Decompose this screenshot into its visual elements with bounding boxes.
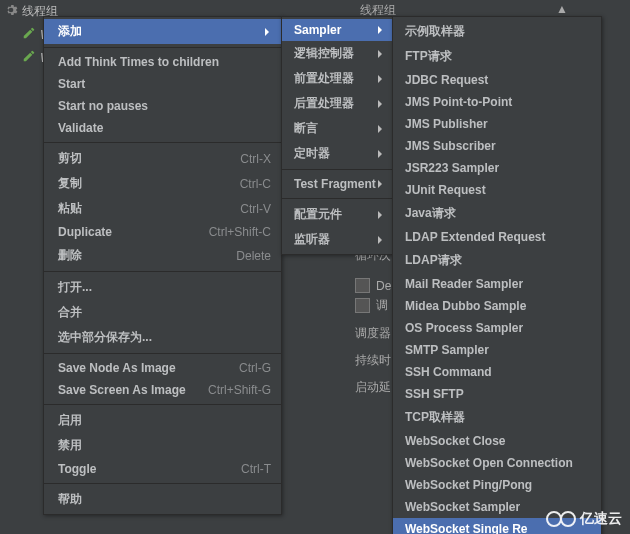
- menu-cut[interactable]: 剪切Ctrl-X: [44, 146, 281, 171]
- menu-item-label: 示例取样器: [405, 23, 465, 40]
- chevron-right-icon: [378, 26, 386, 34]
- menu-enable[interactable]: 启用: [44, 408, 281, 433]
- sampler-ws-open[interactable]: WebSocket Open Connection: [393, 452, 601, 474]
- watermark-text: 亿速云: [580, 510, 622, 528]
- menu-item-label: 复制: [58, 175, 82, 192]
- menu-item-label: Sampler: [294, 23, 341, 37]
- menu-separator: [44, 47, 281, 48]
- sampler-ssh-sftp[interactable]: SSH SFTP: [393, 383, 601, 405]
- background-panel: 循环次 De 调: [355, 245, 391, 316]
- submenu-pre-processor[interactable]: 前置处理器: [282, 66, 392, 91]
- sampler-midea-dubbo[interactable]: Midea Dubbo Sample: [393, 295, 601, 317]
- chevron-right-icon: [378, 50, 386, 58]
- menu-shortcut: Ctrl-G: [239, 361, 271, 375]
- menu-item-label: Toggle: [58, 462, 96, 476]
- menu-add-label: 添加: [58, 23, 82, 40]
- submenu-listener[interactable]: 监听器: [282, 227, 392, 252]
- cloud-icon: [560, 511, 576, 527]
- submenu-logic-controller[interactable]: 逻辑控制器: [282, 41, 392, 66]
- sampler-mail[interactable]: Mail Reader Sampler: [393, 273, 601, 295]
- menu-toggle[interactable]: ToggleCtrl-T: [44, 458, 281, 480]
- menu-start[interactable]: Start: [44, 73, 281, 95]
- sampler-ws-close[interactable]: WebSocket Close: [393, 430, 601, 452]
- menu-start-no-pauses[interactable]: Start no pauses: [44, 95, 281, 117]
- chevron-right-icon: [378, 75, 386, 83]
- sampler-java[interactable]: Java请求: [393, 201, 601, 226]
- sampler-junit[interactable]: JUnit Request: [393, 179, 601, 201]
- menu-item-label: SSH Command: [405, 365, 492, 379]
- menu-item-label: Test Fragment: [294, 177, 376, 191]
- sampler-tcp[interactable]: TCP取样器: [393, 405, 601, 430]
- chevron-right-icon: [378, 236, 386, 244]
- sampler-jms-sub[interactable]: JMS Subscriber: [393, 135, 601, 157]
- menu-item-label: 逻辑控制器: [294, 45, 354, 62]
- sampler-os-process[interactable]: OS Process Sampler: [393, 317, 601, 339]
- gear-icon: [4, 3, 18, 20]
- menu-validate[interactable]: Validate: [44, 117, 281, 139]
- sampler-ftp[interactable]: FTP请求: [393, 44, 601, 69]
- label-scheduler: 调度器: [355, 320, 391, 347]
- menu-save-selection-as[interactable]: 选中部分保存为...: [44, 325, 281, 350]
- menu-save-node-image[interactable]: Save Node As ImageCtrl-G: [44, 357, 281, 379]
- sampler-jsr223[interactable]: JSR223 Sampler: [393, 157, 601, 179]
- menu-item-label: Add Think Times to children: [58, 55, 219, 69]
- pencil-icon: [22, 26, 36, 43]
- menu-item-label: 剪切: [58, 150, 82, 167]
- chevron-right-icon: [378, 150, 386, 158]
- menu-item-label: Java请求: [405, 205, 456, 222]
- menu-item-label: JMS Publisher: [405, 117, 488, 131]
- menu-item-label: LDAP Extended Request: [405, 230, 545, 244]
- sampler-jms-p2p[interactable]: JMS Point-to-Point: [393, 91, 601, 113]
- sampler-smtp[interactable]: SMTP Sampler: [393, 339, 601, 361]
- menu-item-label: 帮助: [58, 491, 82, 508]
- submenu-sampler[interactable]: Sampler: [282, 19, 392, 41]
- menu-save-screen-image[interactable]: Save Screen As ImageCtrl+Shift-G: [44, 379, 281, 401]
- sampler-ldap-ext[interactable]: LDAP Extended Request: [393, 226, 601, 248]
- submenu-test-fragment[interactable]: Test Fragment: [282, 173, 392, 195]
- checkbox-de[interactable]: [355, 278, 370, 293]
- label-tiao: 调: [376, 297, 388, 314]
- menu-merge[interactable]: 合并: [44, 300, 281, 325]
- menu-open[interactable]: 打开...: [44, 275, 281, 300]
- menu-copy[interactable]: 复制Ctrl-C: [44, 171, 281, 196]
- label-duration: 持续时: [355, 347, 391, 374]
- label-startup-delay: 启动延: [355, 374, 391, 401]
- menu-add[interactable]: 添加: [44, 19, 281, 44]
- menu-item-label: Start: [58, 77, 85, 91]
- sampler-ws-ping[interactable]: WebSocket Ping/Pong: [393, 474, 601, 496]
- menu-add-think-times[interactable]: Add Think Times to children: [44, 51, 281, 73]
- sampler-example[interactable]: 示例取样器: [393, 19, 601, 44]
- menu-shortcut: Ctrl-V: [240, 202, 271, 216]
- menu-paste[interactable]: 粘贴Ctrl-V: [44, 196, 281, 221]
- submenu-config-element[interactable]: 配置元件: [282, 202, 392, 227]
- menu-item-label: SSH SFTP: [405, 387, 464, 401]
- chevron-right-icon: [265, 28, 273, 36]
- sampler-ssh-cmd[interactable]: SSH Command: [393, 361, 601, 383]
- menu-shortcut: Ctrl-X: [240, 152, 271, 166]
- menu-separator: [282, 169, 392, 170]
- checkbox-tiao[interactable]: [355, 298, 370, 313]
- submenu-assertions[interactable]: 断言: [282, 116, 392, 141]
- submenu-timer[interactable]: 定时器: [282, 141, 392, 166]
- submenu-sampler-list: 示例取样器 FTP请求 JDBC Request JMS Point-to-Po…: [392, 16, 602, 534]
- sampler-jms-pub[interactable]: JMS Publisher: [393, 113, 601, 135]
- menu-disable[interactable]: 禁用: [44, 433, 281, 458]
- menu-item-label: Save Screen As Image: [58, 383, 186, 397]
- menu-duplicate[interactable]: DuplicateCtrl+Shift-C: [44, 221, 281, 243]
- menu-delete[interactable]: 删除Delete: [44, 243, 281, 268]
- menu-item-label: WebSocket Close: [405, 434, 505, 448]
- menu-item-label: 打开...: [58, 279, 92, 296]
- menu-separator: [44, 404, 281, 405]
- submenu-post-processor[interactable]: 后置处理器: [282, 91, 392, 116]
- menu-item-label: FTP请求: [405, 48, 452, 65]
- chevron-right-icon: [378, 180, 386, 188]
- menu-item-label: JSR223 Sampler: [405, 161, 499, 175]
- menu-item-label: SMTP Sampler: [405, 343, 489, 357]
- menu-help[interactable]: 帮助: [44, 487, 281, 512]
- menu-item-label: OS Process Sampler: [405, 321, 523, 335]
- sampler-ldap[interactable]: LDAP请求: [393, 248, 601, 273]
- menu-item-label: 粘贴: [58, 200, 82, 217]
- sampler-jdbc[interactable]: JDBC Request: [393, 69, 601, 91]
- menu-item-label: JUnit Request: [405, 183, 486, 197]
- menu-item-label: Mail Reader Sampler: [405, 277, 523, 291]
